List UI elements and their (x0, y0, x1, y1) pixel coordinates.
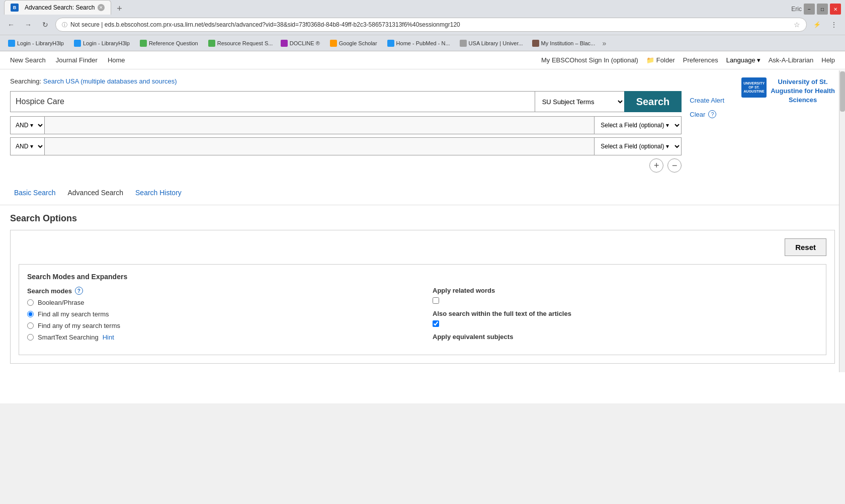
search-input-2[interactable] (44, 116, 594, 134)
modes-help-icon[interactable]: ? (75, 287, 83, 295)
search-header: Searching: Search USA (multiple database… (10, 77, 835, 173)
mode-find-any: Find any of my search terms (27, 322, 412, 329)
mode-smarttext: SmartText Searching Hint (27, 333, 412, 341)
expander-equiv-subjects: Apply equivalent subjects (433, 333, 818, 341)
tab-bar: B Advanced Search: Search ✕ + Eric − □ ✕ (0, 0, 845, 15)
scrollbar-thumb[interactable] (840, 71, 845, 112)
bookmark-refq[interactable]: Reference Question (136, 38, 202, 48)
uni-branding: UNIVERSITYOF ST.AUGUSTINE University of … (734, 77, 835, 105)
bool-select-3[interactable]: AND ▾ OR NOT (10, 137, 44, 155)
add-row-btn[interactable]: + (649, 158, 663, 173)
extensions-btn[interactable]: ⚡ (810, 18, 824, 32)
bookmark-icon-resource (208, 40, 215, 47)
language-btn[interactable]: Language ▾ (726, 56, 760, 64)
bookmark-label-pubmed: Home - PubMed - N... (396, 40, 450, 46)
mode-find-any-label: Find any of my search terms (38, 322, 120, 329)
ask-librarian-link[interactable]: Ask-A-Librarian (769, 56, 814, 64)
help-link[interactable]: Help (821, 56, 835, 64)
tab-title: Advanced Search: Search (25, 4, 95, 11)
top-nav-left: New Search Journal Finder Home (10, 56, 125, 64)
bookmark-google-scholar[interactable]: Google Scholar (326, 38, 381, 48)
bookmark-icon-docline (281, 40, 288, 47)
mode-boolean-label: Boolean/Phrase (38, 299, 84, 306)
top-nav: New Search Journal Finder Home My EBSCOh… (0, 51, 845, 69)
bookmark-myinst[interactable]: My Institution – Blac... (528, 38, 599, 48)
address-bar[interactable]: ⓘ Not secure | eds.b.ebscohost.com.prx-u… (55, 18, 807, 32)
field-select-2[interactable]: Select a Field (optional) ▾ TX All Text … (594, 116, 682, 134)
maximize-btn[interactable]: □ (817, 4, 828, 15)
search-button[interactable]: Search (624, 91, 682, 112)
preferences-link[interactable]: Preferences (683, 56, 718, 64)
bool-select-2[interactable]: AND ▾ OR NOT (10, 116, 44, 134)
tab-search-history[interactable]: Search History (131, 187, 186, 199)
bookmark-icon-pubmed (387, 40, 394, 47)
reset-btn[interactable]: Reset (785, 238, 826, 256)
main-field-select[interactable]: SU Subject Terms Select a Field (optiona… (535, 91, 624, 112)
page-content: New Search Journal Finder Home My EBSCOh… (0, 51, 845, 403)
bookmark-icon-login1 (8, 40, 15, 47)
forward-btn[interactable]: → (21, 18, 35, 32)
more-bookmarks-icon[interactable]: » (603, 39, 607, 47)
hint-link[interactable]: Hint (103, 333, 114, 341)
bookmark-label-refq: Reference Question (149, 40, 198, 46)
bookmark-icon-refq (140, 40, 147, 47)
close-btn[interactable]: ✕ (830, 4, 841, 15)
top-nav-right: My EBSCOhost Sign In (optional) 📁 Folder… (541, 56, 835, 64)
search-row-2: AND ▾ OR NOT Select a Field (optional) ▾… (10, 116, 682, 134)
folder-btn[interactable]: 📁 Folder (646, 56, 675, 64)
active-tab[interactable]: B Advanced Search: Search ✕ (4, 0, 111, 15)
modes-layout: Search modes ? Boolean/Phrase Find all m… (27, 287, 818, 347)
mode-smarttext-label: SmartText Searching (38, 333, 99, 341)
expander-related-words: Apply related words (433, 287, 818, 304)
bookmark-login1[interactable]: Login - LibraryH3lp (4, 38, 68, 48)
clear-link[interactable]: Clear (690, 111, 705, 118)
new-tab-btn[interactable]: + (113, 3, 125, 15)
home-link[interactable]: Home (108, 56, 125, 64)
field-select-3[interactable]: Select a Field (optional) ▾ TX All Text … (594, 137, 682, 155)
tab-close-btn[interactable]: ✕ (98, 4, 105, 11)
remove-row-btn[interactable]: − (667, 158, 682, 173)
full-text-checkbox[interactable] (433, 320, 439, 327)
minimize-btn[interactable]: − (804, 4, 815, 15)
search-modes-section: Search Modes and Expanders Search modes … (19, 264, 826, 355)
expander-full-text: Also search within the full text of the … (433, 310, 818, 327)
search-options-title: Search Options (10, 213, 835, 224)
search-input-3[interactable] (44, 137, 594, 155)
reset-row: Reset (19, 238, 826, 256)
equiv-subjects-label: Apply equivalent subjects (433, 333, 818, 341)
related-words-checkbox[interactable] (433, 297, 439, 304)
search-options-section: Search Options Reset Search Modes and Ex… (0, 205, 845, 372)
search-section: Searching: Search USA (multiple database… (0, 69, 845, 181)
mode-find-all-radio[interactable] (27, 311, 34, 317)
mode-boolean-radio[interactable] (27, 299, 34, 306)
journal-finder-link[interactable]: Journal Finder (56, 56, 98, 64)
add-remove-row: + − (10, 158, 682, 173)
bookmark-login2[interactable]: Login - LibraryH3lp (70, 38, 134, 48)
sign-in-text[interactable]: My EBSCOhost Sign In (optional) (541, 56, 638, 64)
reload-btn[interactable]: ↻ (38, 18, 52, 32)
bookmark-label-login2: Login - LibraryH3lp (83, 40, 130, 46)
create-alert-link[interactable]: Create Alert (690, 97, 724, 104)
bookmark-pubmed[interactable]: Home - PubMed - N... (383, 38, 454, 48)
main-search-input[interactable] (10, 91, 535, 112)
bookmark-icon-login2 (74, 40, 81, 47)
bookmark-resource[interactable]: Resource Request S... (204, 38, 275, 48)
back-btn[interactable]: ← (4, 18, 18, 32)
bookmark-icon-scholar (330, 40, 337, 47)
search-help-icon[interactable]: ? (708, 110, 716, 118)
bookmark-docline[interactable]: DOCLINE ® (277, 38, 324, 48)
folder-label: Folder (656, 56, 675, 64)
star-icon[interactable]: ☆ (794, 21, 800, 29)
new-search-link[interactable]: New Search (10, 56, 46, 64)
mode-smarttext-radio[interactable] (27, 334, 34, 341)
menu-btn[interactable]: ⋮ (827, 18, 841, 32)
bookmark-usa[interactable]: USA Library | Univer... (456, 38, 526, 48)
university-logo-area: UNIVERSITYOF ST.AUGUSTINE University of … (734, 77, 835, 105)
window-user: Eric (791, 6, 802, 13)
tab-basic-search[interactable]: Basic Search (10, 187, 59, 199)
mode-find-any-radio[interactable] (27, 322, 34, 329)
scrollbar[interactable] (839, 70, 845, 372)
mode-boolean: Boolean/Phrase (27, 299, 412, 306)
bookmark-label-docline: DOCLINE ® (290, 40, 320, 46)
options-box: Reset Search Modes and Expanders Search … (10, 230, 835, 364)
